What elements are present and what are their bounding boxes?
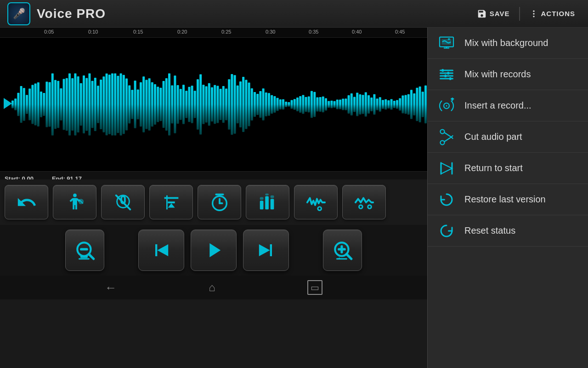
svg-rect-99: [285, 102, 287, 107]
svg-rect-137: [393, 101, 396, 108]
waveform-area[interactable]: 0:05 0:10 0:15 0:20 0:25 0:30 0:35 0:40 …: [0, 28, 427, 179]
timeline-mark-8: 0:40: [352, 29, 362, 34]
no-mic-icon: [113, 192, 134, 213]
svg-marker-187: [209, 243, 220, 257]
main-area: 0:05 0:10 0:15 0:20 0:25 0:30 0:35 0:40 …: [0, 28, 588, 368]
svg-rect-12: [37, 82, 40, 126]
svg-rect-49: [142, 76, 145, 132]
tempo-button[interactable]: [198, 185, 241, 219]
svg-rect-24: [71, 78, 74, 131]
svg-point-179: [368, 205, 371, 208]
playback-row: +: [0, 225, 427, 276]
svg-point-1: [533, 13, 534, 14]
svg-rect-72: [208, 83, 210, 126]
pitch-button[interactable]: [149, 185, 193, 219]
svg-rect-124: [356, 92, 358, 116]
svg-rect-27: [80, 83, 82, 126]
android-nav: ← ⌂ ▭: [0, 276, 427, 299]
timeline-mark-3: 0:15: [133, 29, 143, 34]
svg-rect-115: [330, 101, 333, 109]
play-indicator: [4, 98, 12, 109]
svg-rect-145: [416, 88, 418, 121]
no-mic-button[interactable]: [101, 185, 145, 219]
save-icon: [477, 9, 487, 19]
zoom-out-icon: [74, 239, 96, 262]
svg-marker-185: [155, 244, 157, 256]
svg-rect-84: [242, 77, 244, 132]
svg-point-210: [446, 105, 447, 106]
svg-point-2: [533, 16, 534, 17]
svg-rect-130: [373, 94, 375, 115]
app-logo: [7, 2, 30, 25]
svg-rect-82: [237, 86, 239, 124]
svg-rect-172: [265, 196, 269, 209]
svg-rect-7: [23, 88, 25, 121]
svg-rect-96: [277, 98, 279, 111]
waveform-svg: [0, 38, 427, 171]
eq-button[interactable]: [342, 185, 386, 219]
svg-rect-58: [168, 74, 170, 136]
menu-item-insert-record[interactable]: Insert a record...: [428, 90, 588, 121]
trim-button[interactable]: [53, 185, 96, 219]
svg-rect-175: [265, 193, 269, 195]
svg-point-213: [441, 140, 445, 144]
svg-line-216: [444, 137, 451, 142]
svg-line-193: [346, 254, 351, 259]
reset-status-icon: [437, 221, 456, 241]
svg-rect-147: [422, 92, 424, 117]
next-button[interactable]: [243, 230, 289, 271]
zoom-out-button[interactable]: [65, 230, 104, 271]
svg-rect-206: [447, 72, 450, 75]
svg-rect-133: [382, 100, 384, 109]
svg-rect-97: [279, 99, 282, 109]
fx-button[interactable]: [294, 185, 338, 219]
prev-button[interactable]: [138, 230, 184, 271]
svg-line-218: [452, 137, 453, 138]
svg-rect-54: [157, 87, 159, 122]
menu-item-mix-records-label: Mix with records: [464, 69, 531, 80]
svg-rect-65: [188, 87, 190, 122]
svg-rect-92: [265, 92, 267, 116]
svg-rect-90: [259, 91, 261, 118]
menu-item-restore-last[interactable]: Restore last version: [428, 184, 588, 215]
play-button[interactable]: [191, 230, 237, 271]
svg-rect-171: [260, 201, 263, 209]
back-nav[interactable]: ←: [105, 281, 117, 295]
svg-rect-48: [140, 82, 142, 126]
svg-rect-110: [316, 97, 318, 111]
menu-item-mix-records[interactable]: Mix with records: [428, 59, 588, 90]
svg-rect-174: [260, 197, 263, 200]
svg-rect-57: [165, 78, 168, 131]
svg-rect-55: [159, 88, 162, 121]
menu-item-cut-audio[interactable]: Cut audio part: [428, 121, 588, 153]
recents-nav[interactable]: ▭: [307, 280, 322, 295]
svg-rect-94: [271, 95, 273, 114]
svg-rect-71: [205, 86, 208, 122]
svg-rect-128: [368, 95, 370, 114]
svg-rect-35: [102, 76, 105, 132]
svg-rect-47: [137, 90, 139, 120]
svg-rect-88: [254, 92, 256, 117]
app-header: Voice PRO SAVE ACTIONS: [0, 0, 588, 28]
menu-item-reset-status[interactable]: Reset status: [428, 215, 588, 247]
svg-rect-87: [251, 88, 253, 121]
undo-button[interactable]: [5, 185, 48, 219]
zoom-in-button[interactable]: +: [323, 230, 362, 271]
time-info: Start: 0.00 End: 91.17: [0, 171, 427, 179]
svg-rect-75: [216, 86, 219, 123]
svg-rect-26: [77, 76, 79, 132]
menu-item-mix-background[interactable]: Mix with background: [428, 28, 588, 59]
svg-rect-207: [445, 75, 447, 77]
save-button[interactable]: SAVE: [471, 6, 515, 22]
svg-rect-60: [174, 75, 176, 133]
actions-button[interactable]: ACTIONS: [524, 6, 581, 21]
svg-rect-4: [14, 98, 17, 110]
menu-item-return-start[interactable]: Return to start: [428, 153, 588, 184]
svg-rect-108: [311, 91, 313, 118]
cut-audio-icon: [437, 127, 456, 147]
svg-rect-104: [299, 96, 301, 113]
equalizer-button[interactable]: [246, 185, 289, 219]
svg-rect-208: [449, 77, 452, 80]
timeline-mark-4: 0:20: [177, 29, 187, 34]
home-nav[interactable]: ⌂: [209, 281, 215, 294]
